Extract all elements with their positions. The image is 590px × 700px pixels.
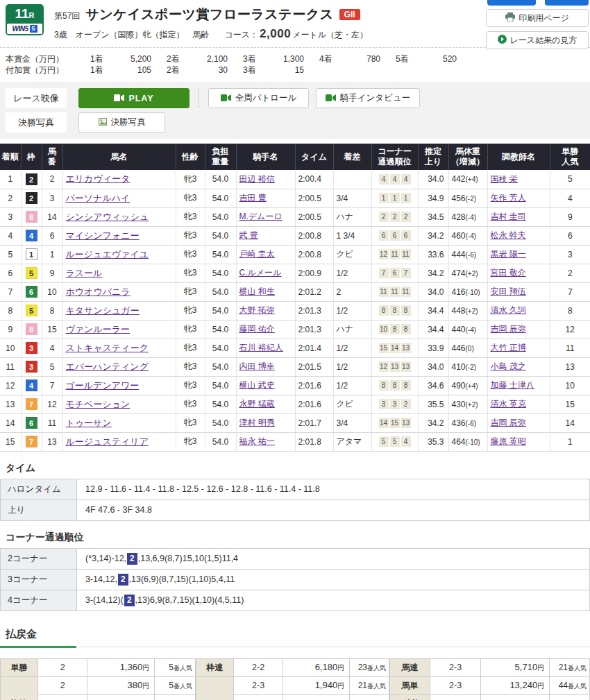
horse-weight-value: 474 — [452, 268, 466, 278]
last-3f: 33.6 — [418, 245, 448, 264]
horse-link[interactable]: ルージュスティリア — [66, 436, 149, 447]
margin: 1/2 — [333, 339, 371, 357]
jockey-link[interactable]: 石川 裕紀人 — [239, 343, 283, 352]
horse-name-cell: モチベーション — [62, 395, 176, 413]
horse-weight: 440(-4) — [448, 320, 487, 339]
trainer-link[interactable]: 安田 翔伍 — [491, 287, 526, 296]
last-3f: 34.0 — [418, 170, 448, 189]
horse-number: 13 — [42, 432, 62, 451]
trainer-link[interactable]: 清水 久詞 — [491, 305, 526, 315]
horse-name-cell: ルージュエヴァイユ — [62, 245, 176, 264]
horse-link[interactable]: トゥーサン — [66, 418, 112, 428]
finish-photo-label: 決勝写真 — [6, 112, 67, 133]
corner-positions: 767 — [371, 264, 418, 282]
patrol-video-button[interactable]: 全周パトロール — [208, 88, 309, 108]
horse-link[interactable]: ヴァンルーラー — [66, 324, 130, 334]
trainer-link[interactable]: 黒岩 陽一 — [491, 249, 526, 259]
guide-button-label: レース結果の見方 — [510, 35, 578, 46]
table-row: 3814シンシアウィッシュ牝354.0M.デムーロ2:00.5ハナ22234.5… — [0, 207, 590, 226]
last-3f: 35.5 — [418, 395, 448, 413]
jockey-link[interactable]: 武 豊 — [239, 230, 258, 240]
jockey-link[interactable]: 藤岡 佑介 — [239, 324, 275, 334]
corner-position-box: 4 — [379, 174, 389, 185]
table-row: 1247ゴールデンアワー牝354.0横山 武史2:01.61/288834.64… — [0, 376, 590, 395]
corner-position-box: 2 — [401, 212, 411, 222]
horse-link[interactable]: エリカヴィータ — [66, 173, 130, 184]
horse-number: 1 — [42, 245, 62, 264]
blue-button-stub[interactable] — [545, 0, 589, 6]
payout-combination: 2-3 — [233, 676, 283, 694]
trainer-cell: 国枝 栄 — [487, 170, 550, 189]
play-button[interactable]: PLAY — [78, 88, 189, 108]
jockey-interview-button[interactable]: 騎手インタビュー — [316, 88, 420, 108]
jockey-link[interactable]: 永野 猛蔵 — [239, 399, 275, 409]
trainer-link[interactable]: 大竹 正博 — [491, 343, 526, 352]
horse-weight-diff: (+2) — [466, 270, 478, 278]
jockey-link[interactable]: 津村 明秀 — [239, 418, 275, 427]
corner-position-box: 15 — [379, 343, 389, 353]
trainer-link[interactable]: 吉村 圭司 — [491, 212, 526, 221]
trainer-link[interactable]: 加藤 士津八 — [491, 380, 534, 390]
horse-link[interactable]: モチベーション — [66, 399, 130, 409]
horse-number: 6 — [42, 226, 62, 245]
print-page-button[interactable]: 印刷用ページ — [486, 9, 589, 27]
carried-weight: 54.0 — [205, 432, 236, 451]
trainer-link[interactable]: 藤原 英昭 — [491, 436, 526, 446]
carried-weight: 54.0 — [205, 320, 236, 339]
table-row: 511ルージュエヴァイユ牝354.0戸崎 圭太2:00.8クビ12111133.… — [0, 245, 590, 264]
horse-name-cell: トゥーサン — [62, 413, 176, 432]
horse-weight: 464(-10) — [448, 432, 487, 451]
jockey-link[interactable]: 横山 和生 — [239, 287, 275, 296]
jockey-link[interactable]: C.ルメール — [239, 268, 282, 278]
horse-link[interactable]: エバーハンティング — [66, 361, 149, 372]
jockey-link[interactable]: 戸崎 圭太 — [239, 249, 275, 259]
carried-weight: 54.0 — [205, 301, 236, 320]
yen-suffix: 円 — [142, 664, 149, 672]
row-label: 4コーナー — [1, 590, 77, 611]
horse-link[interactable]: ラスール — [66, 268, 103, 278]
frame-cell: 7 — [21, 432, 42, 451]
jockey-cell: 戸崎 圭太 — [236, 245, 295, 264]
jockey-link[interactable]: M.デムーロ — [239, 212, 283, 221]
jockey-link[interactable]: 大野 拓弥 — [239, 305, 275, 315]
trainer-link[interactable]: 宮田 敬介 — [491, 268, 526, 278]
corner-position-box: 7 — [379, 268, 389, 278]
payout-row: 単勝21,360円5番人気 — [1, 658, 196, 676]
horse-link[interactable]: ゴールデンアワー — [66, 380, 140, 391]
horse-weight: 460(-4) — [448, 226, 487, 245]
horse-link[interactable]: マイシンフォニー — [66, 230, 140, 241]
horse-link[interactable]: ストキャスティーク — [66, 343, 149, 353]
table-row: 446マイシンフォニー牝354.0武 豊2:00.81 3/466634.246… — [0, 226, 590, 245]
trainer-link[interactable]: 国枝 栄 — [491, 174, 518, 184]
blue-button-stub[interactable] — [487, 0, 536, 6]
corner-positions: 111111 — [371, 282, 418, 301]
corner-order-after: ,13,6,9(8,7)15,10(1,5)11,4 — [138, 553, 238, 563]
trainer-link[interactable]: 松永 幹夫 — [491, 230, 526, 240]
table-row: 1034ストキャスティーク牝354.0石川 裕紀人2:01.41/2151413… — [0, 339, 590, 357]
trainer-link[interactable]: 吉岡 辰弥 — [491, 418, 526, 427]
prize-place: 4着 — [319, 53, 342, 65]
margin: アタマ — [333, 432, 371, 451]
jockey-link[interactable]: 田辺 裕信 — [239, 174, 275, 184]
jockey-link[interactable]: 内田 博幸 — [239, 361, 275, 371]
page-title: サンケイスポーツ賞フローラステークス — [85, 6, 333, 24]
jockey-link[interactable]: 吉田 豊 — [239, 193, 267, 203]
payout-amount: 5,710円 — [481, 658, 550, 676]
jockey-link[interactable]: 福永 祐一 — [239, 436, 275, 446]
jockey-link[interactable]: 横山 武史 — [239, 380, 275, 390]
corner-positions: 444 — [371, 170, 418, 189]
results-guide-button[interactable]: レース結果の見方 — [486, 31, 589, 49]
horse-link[interactable]: ホウオウバニラ — [66, 287, 130, 297]
last-3f: 34.5 — [418, 207, 448, 226]
horse-link[interactable]: ルージュエヴァイユ — [66, 249, 149, 259]
horse-number: 15 — [42, 320, 62, 339]
finish-photo-button[interactable]: 決勝写真 — [78, 112, 165, 133]
trainer-cell: 加藤 士津八 — [487, 376, 550, 395]
trainer-link[interactable]: 清水 英克 — [491, 399, 526, 409]
trainer-link[interactable]: 矢作 芳人 — [491, 193, 526, 203]
trainer-link[interactable]: 吉岡 辰弥 — [491, 324, 526, 334]
trainer-link[interactable]: 小島 茂之 — [491, 361, 526, 371]
horse-link[interactable]: パーソナルハイ — [66, 193, 130, 203]
horse-link[interactable]: キタサンシュガー — [66, 305, 140, 316]
horse-link[interactable]: シンシアウィッシュ — [66, 212, 149, 222]
